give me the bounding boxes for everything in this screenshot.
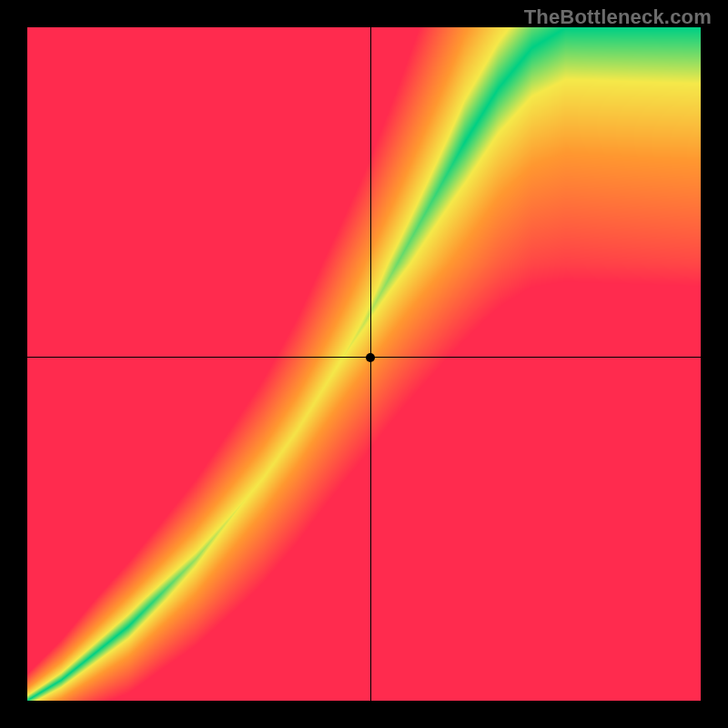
watermark-text: TheBottleneck.com: [524, 5, 712, 29]
chart-stage: TheBottleneck.com: [0, 0, 728, 728]
crosshair-vertical: [370, 27, 371, 701]
crosshair-horizontal: [27, 357, 701, 358]
crosshair-dot: [366, 353, 375, 362]
bottleneck-heatmap: [27, 27, 701, 701]
